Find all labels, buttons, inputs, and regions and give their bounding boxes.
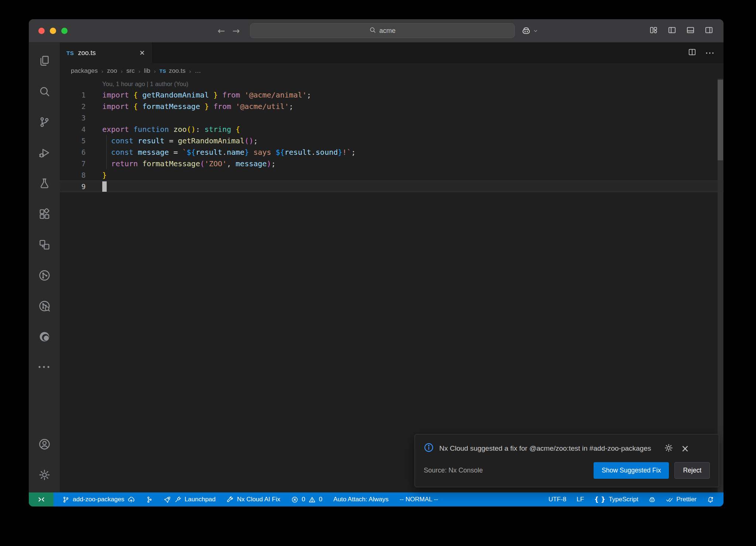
- line-number[interactable]: 5: [60, 137, 86, 145]
- editor-scrollbar-slider[interactable]: [718, 80, 723, 160]
- layout-custom-icon: [649, 26, 658, 34]
- status-item-vim-mode[interactable]: -- NORMAL --: [399, 496, 438, 503]
- status-item-remote-indicator[interactable]: [29, 492, 54, 506]
- tab-close-icon[interactable]: ×: [140, 48, 145, 57]
- code-line: 3: [60, 112, 724, 123]
- editor-cursor: [102, 181, 107, 192]
- forward-button[interactable]: →: [229, 26, 244, 36]
- line-number[interactable]: 9: [60, 182, 86, 191]
- activity-item-additional-views[interactable]: •••: [29, 352, 60, 383]
- activity-item-run-and-debug[interactable]: [29, 137, 60, 168]
- code-text: export function zoo(): string {: [86, 125, 240, 134]
- activity-bar: •••: [29, 42, 60, 492]
- gear-icon: [664, 444, 673, 452]
- search-icon: [39, 86, 50, 97]
- status-item-prettier[interactable]: Prettier: [666, 496, 697, 503]
- more-actions-button[interactable]: ⋯: [705, 48, 715, 58]
- activity-item-explorer[interactable]: [29, 45, 60, 76]
- activity-item-extensions[interactable]: [29, 199, 60, 229]
- breadcrumb-item-zoo[interactable]: zoo: [107, 67, 117, 75]
- titlebar: ← → acme: [29, 19, 724, 42]
- activity-item-search[interactable]: [29, 76, 60, 107]
- line-number[interactable]: 7: [60, 160, 86, 168]
- copilot-icon: [649, 496, 656, 503]
- code-text: [86, 181, 107, 192]
- plug-icon: [174, 496, 181, 503]
- copilot-menu[interactable]: [522, 26, 539, 35]
- status-item-nx-workspace[interactable]: [146, 496, 153, 503]
- line-number[interactable]: 6: [60, 148, 86, 156]
- code-editor[interactable]: You, 1 hour ago | 1 author (You) 1import…: [60, 79, 724, 492]
- activity-item-testing[interactable]: [29, 168, 60, 199]
- status-item-end-of-line[interactable]: LF: [577, 496, 584, 503]
- line-number[interactable]: 3: [60, 114, 86, 122]
- zoom-window-button[interactable]: [61, 28, 68, 34]
- code-line: 7 return formatMessage('ZOO', message);: [60, 158, 724, 169]
- warning-icon: [309, 496, 316, 503]
- breadcrumb-separator: ›: [121, 68, 123, 74]
- nx-icon: [39, 270, 50, 281]
- notification-close-button[interactable]: ×: [681, 444, 689, 454]
- line-number[interactable]: 1: [60, 91, 86, 99]
- activity-item-remote-explorer[interactable]: [29, 229, 60, 260]
- title-center: ← → acme: [214, 19, 538, 42]
- bell-dot-icon: [707, 496, 714, 503]
- status-item-nx-cloud-ai-fix[interactable]: Nx Cloud AI Fix: [227, 496, 280, 503]
- line-number[interactable]: 8: [60, 171, 86, 179]
- breadcrumb-item-packages[interactable]: packages: [71, 67, 98, 75]
- status-item-notifications-bell[interactable]: [707, 496, 714, 503]
- status-item-language-mode[interactable]: { }TypeScript: [594, 496, 638, 503]
- status-item-encoding[interactable]: UTF-8: [549, 496, 566, 503]
- copilot-icon: [522, 26, 531, 35]
- breadcrumb: packages›zoo›src›lib›TSzoo.ts›…: [60, 63, 724, 79]
- show-suggested-fix-button[interactable]: Show Suggested Fix: [594, 462, 669, 479]
- error-icon: [291, 496, 298, 503]
- indent-guide: [106, 135, 107, 169]
- breadcrumb-item-src[interactable]: src: [126, 67, 135, 75]
- activity-item-accounts[interactable]: [29, 429, 60, 460]
- account-icon: [39, 438, 50, 450]
- breadcrumb-separator: ›: [154, 68, 156, 74]
- layout-sidebar-left-icon: [668, 26, 676, 34]
- branch-icon: [62, 496, 69, 503]
- reject-button[interactable]: Reject: [674, 462, 710, 479]
- status-item-git-branch[interactable]: add-zoo-packages: [62, 496, 135, 503]
- status-item-copilot-status[interactable]: [649, 496, 656, 503]
- edge-icon: [39, 331, 50, 342]
- activity-item-nx-cloud[interactable]: [29, 291, 60, 321]
- activity-item-nx-console[interactable]: [29, 260, 60, 291]
- toggle-panel-button[interactable]: [686, 26, 695, 36]
- status-item-launchpad[interactable]: Launchpad: [164, 496, 216, 503]
- close-window-button[interactable]: [38, 28, 45, 34]
- activity-item-settings[interactable]: [29, 460, 60, 490]
- split-editor-button[interactable]: [688, 48, 696, 58]
- command-center-search[interactable]: acme: [250, 23, 515, 38]
- minimize-window-button[interactable]: [50, 28, 56, 34]
- desktop: { "colors": { "status_bar_bg": "#0078D4"…: [0, 0, 756, 546]
- wrench-icon: [227, 496, 234, 503]
- toggle-primary-sidebar-button[interactable]: [668, 26, 676, 36]
- chevron-down-icon: [533, 28, 539, 34]
- layout-sidebar-right-icon: [705, 26, 713, 34]
- tab-zoo-ts[interactable]: TS zoo.ts ×: [60, 42, 152, 63]
- breadcrumb-item-more[interactable]: …: [195, 67, 201, 75]
- line-number[interactable]: 2: [60, 102, 86, 110]
- arrow-right-icon: →: [233, 27, 240, 35]
- code-text: import { getRandomAnimal } from '@acme/a…: [86, 91, 311, 99]
- back-button[interactable]: ←: [214, 26, 228, 36]
- line-number[interactable]: 4: [60, 125, 86, 133]
- extensions-icon: [39, 208, 50, 220]
- status-bar: add-zoo-packagesLaunchpadNx Cloud AI Fix…: [29, 492, 724, 506]
- status-item-problems[interactable]: 00: [291, 496, 322, 503]
- status-item-auto-attach[interactable]: Auto Attach: Always: [333, 496, 388, 503]
- activity-item-source-control[interactable]: [29, 107, 60, 137]
- code-line: 6 const message = `${result.name} says $…: [60, 146, 724, 158]
- activity-item-edge-tools[interactable]: [29, 321, 60, 352]
- toggle-secondary-sidebar-button[interactable]: [705, 26, 713, 36]
- breadcrumb-item-zoo-ts[interactable]: TSzoo.ts: [159, 67, 186, 75]
- customize-layout-button[interactable]: [649, 26, 658, 36]
- layout-controls: [649, 19, 713, 42]
- workbench: ••• TS zoo.ts × ⋯ packages›zoo›src›lib›T…: [29, 42, 724, 492]
- notification-settings-button[interactable]: [664, 444, 673, 454]
- breadcrumb-item-lib[interactable]: lib: [144, 67, 150, 75]
